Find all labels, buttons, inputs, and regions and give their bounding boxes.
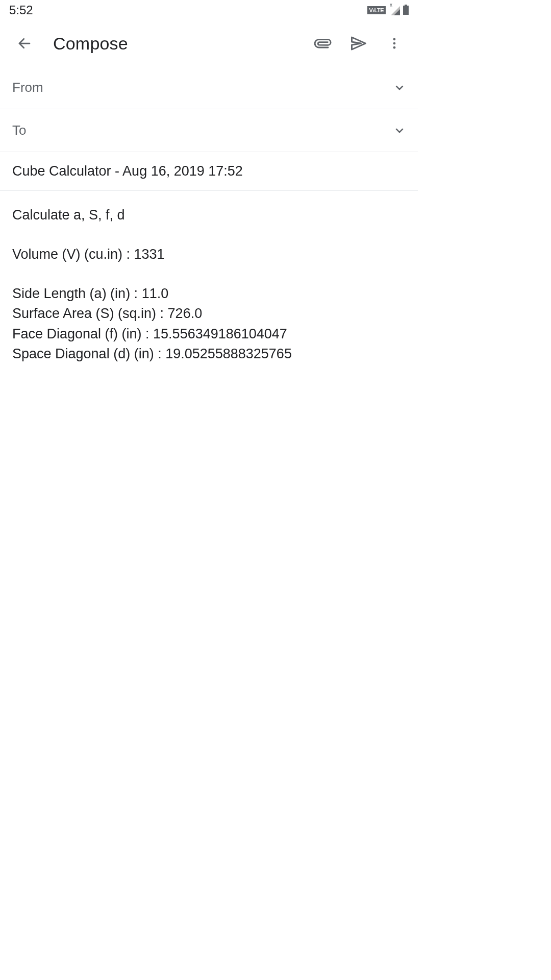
attach-button[interactable]	[312, 32, 334, 55]
status-time: 5:52	[9, 3, 33, 17]
to-field[interactable]: To	[0, 109, 418, 152]
svg-point-2	[393, 42, 396, 45]
back-arrow-icon	[17, 36, 32, 51]
status-icons: V›LTE x	[367, 5, 409, 15]
from-expand-button[interactable]	[393, 82, 406, 94]
subject-field[interactable]: Cube Calculator - Aug 16, 2019 17:52	[0, 152, 418, 191]
body-line: Volume (V) (cu.in) : 1331	[12, 244, 406, 264]
send-button[interactable]	[347, 32, 370, 55]
from-field[interactable]: From	[0, 66, 418, 109]
email-body[interactable]: Calculate a, S, f, d Volume (V) (cu.in) …	[0, 191, 418, 378]
paperclip-icon	[314, 35, 332, 52]
svg-point-3	[393, 46, 396, 49]
chevron-down-icon	[393, 125, 406, 137]
body-line: Face Diagonal (f) (in) : 15.556349186104…	[12, 324, 406, 344]
volte-icon: V›LTE	[367, 6, 386, 14]
subject-text: Cube Calculator - Aug 16, 2019 17:52	[12, 163, 406, 179]
to-expand-button[interactable]	[393, 125, 406, 137]
body-line: Side Length (a) (in) : 11.0	[12, 284, 406, 304]
more-button[interactable]	[383, 32, 406, 55]
more-vert-icon	[387, 36, 402, 51]
toolbar-actions	[312, 32, 410, 55]
compose-toolbar: Compose	[0, 20, 418, 66]
from-label: From	[12, 80, 393, 95]
to-label: To	[12, 122, 393, 138]
svg-point-1	[393, 38, 396, 41]
send-icon	[349, 34, 368, 53]
signal-icon: x	[389, 5, 400, 15]
status-bar: 5:52 V›LTE x	[0, 0, 418, 20]
page-title: Compose	[53, 34, 312, 54]
back-button[interactable]	[12, 31, 37, 56]
battery-icon	[403, 6, 409, 15]
body-line: Surface Area (S) (sq.in) : 726.0	[12, 304, 406, 324]
chevron-down-icon	[393, 82, 406, 94]
body-line: Space Diagonal (d) (in) : 19.05255888325…	[12, 344, 406, 364]
body-line: Calculate a, S, f, d	[12, 205, 406, 225]
